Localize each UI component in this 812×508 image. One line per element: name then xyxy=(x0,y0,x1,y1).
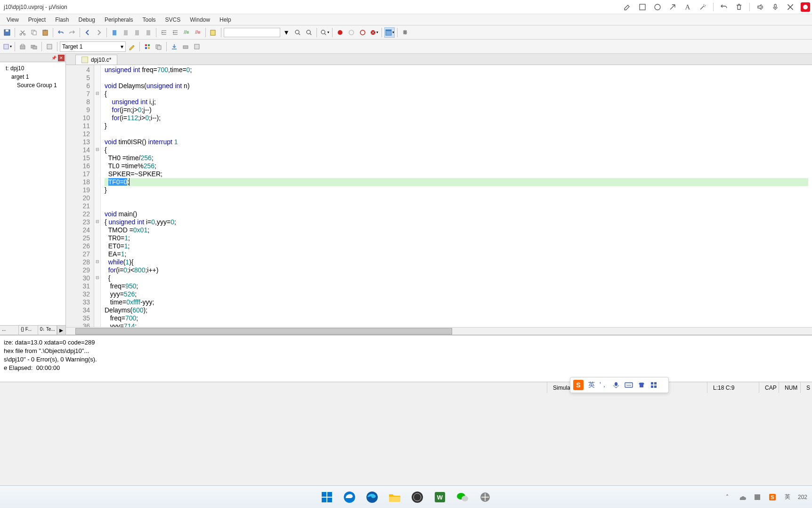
ime-lang[interactable]: 英 xyxy=(588,381,595,389)
speaker-icon[interactable] xyxy=(755,2,765,12)
ime-logo-icon[interactable]: S xyxy=(573,380,584,390)
code-line[interactable]: TF0=0; xyxy=(105,178,808,186)
paste-icon[interactable] xyxy=(40,27,50,38)
code-line[interactable]: void tim0ISR() interrupt 1 xyxy=(105,138,808,146)
rebuild-icon[interactable] xyxy=(29,41,39,52)
code-line[interactable]: } xyxy=(105,186,808,194)
window-tile-icon[interactable]: ▾ xyxy=(384,27,395,38)
bookmark-toggle-icon[interactable] xyxy=(109,27,120,38)
app-2-icon[interactable] xyxy=(476,488,495,507)
code-line[interactable]: TMOD =0x01; xyxy=(105,226,808,234)
bookmark-prev-icon[interactable] xyxy=(121,27,131,38)
code-line[interactable] xyxy=(105,202,808,210)
code-line[interactable]: EA=1; xyxy=(105,250,808,258)
editor-tab-file[interactable]: dpj10.c* xyxy=(75,55,117,65)
code-line[interactable]: ET0=1; xyxy=(105,242,808,250)
code-line[interactable]: TL0 =time%256; xyxy=(105,162,808,170)
nav-back-icon[interactable] xyxy=(82,27,93,38)
tree-root[interactable]: t: dpj10 xyxy=(2,64,64,73)
code-line[interactable] xyxy=(105,74,808,82)
panel-scroll-right-icon[interactable]: ▸ xyxy=(57,326,65,335)
code-lines[interactable]: unsigned int freq=700,time=0;void Delaym… xyxy=(101,65,812,327)
code-line[interactable]: { xyxy=(105,90,808,98)
panel-tab-functions[interactable]: {} F... xyxy=(19,326,38,335)
batch-build-icon[interactable] xyxy=(44,41,55,52)
cut-icon[interactable] xyxy=(17,27,28,38)
tray-year[interactable]: 202 xyxy=(798,494,807,500)
code-line[interactable]: } xyxy=(105,122,808,130)
breakpoint-disable-icon[interactable] xyxy=(346,27,357,38)
mic-icon[interactable] xyxy=(771,2,780,12)
pin-icon[interactable]: 📌 xyxy=(50,55,57,61)
code-line[interactable]: unsigned int freq=700,time=0; xyxy=(105,66,808,74)
fold-marker[interactable]: ⊟ xyxy=(94,217,100,225)
breakpoint-kill-icon[interactable]: ▾ xyxy=(369,27,379,38)
menu-peripherals[interactable]: Peripherals xyxy=(100,16,138,24)
dropdown-arrow-icon[interactable]: ▾ xyxy=(281,27,292,38)
tray-onedrive-icon[interactable] xyxy=(738,492,747,502)
edit-pencil-icon[interactable] xyxy=(623,2,632,12)
download-icon[interactable] xyxy=(169,41,179,52)
ime-punct[interactable]: '， xyxy=(600,381,608,389)
copy-icon[interactable] xyxy=(29,27,39,38)
code-line[interactable]: TR0=1; xyxy=(105,234,808,242)
build-icon[interactable] xyxy=(17,41,28,52)
edge-legacy-icon[interactable] xyxy=(340,488,359,507)
panel-tab-project[interactable]: ... xyxy=(0,326,19,335)
code-line[interactable]: unsigned int i,j; xyxy=(105,98,808,106)
square-icon[interactable] xyxy=(638,2,647,12)
menu-window[interactable]: Window xyxy=(185,16,215,24)
text-a-icon[interactable]: A xyxy=(683,2,692,12)
breakpoint-insert-icon[interactable] xyxy=(335,27,345,38)
fold-marker[interactable]: ⊟ xyxy=(94,257,100,265)
code-line[interactable]: for(i=0;i<800;i++) xyxy=(105,266,808,274)
editor-hscroll[interactable] xyxy=(66,327,812,335)
nav-forward-icon[interactable] xyxy=(94,27,104,38)
app-1-icon[interactable] xyxy=(408,488,427,507)
simulator-icon[interactable] xyxy=(192,41,202,52)
multi-project-icon[interactable] xyxy=(154,41,164,52)
code-line[interactable]: freq=950; xyxy=(105,282,808,290)
arrow-icon[interactable] xyxy=(668,2,677,12)
erase-icon[interactable] xyxy=(180,41,191,52)
fold-marker[interactable]: ⊟ xyxy=(94,89,100,97)
code-line[interactable]: SPKER=~SPKER; xyxy=(105,170,808,178)
tree-target[interactable]: arget 1 xyxy=(2,73,64,81)
redo-toolbar-icon[interactable] xyxy=(67,27,77,38)
code-line[interactable]: TH0 =time/256; xyxy=(105,154,808,162)
tray-app-icon[interactable] xyxy=(753,492,762,502)
menu-debug[interactable]: Debug xyxy=(74,16,100,24)
code-line[interactable]: { xyxy=(105,274,808,282)
bookmark-clear-icon[interactable] xyxy=(143,27,154,38)
debug-icon[interactable]: ▾ xyxy=(319,27,330,38)
outdent-icon[interactable] xyxy=(170,27,180,38)
wps-icon[interactable]: W xyxy=(430,488,449,507)
code-line[interactable] xyxy=(105,130,808,138)
record-icon[interactable] xyxy=(801,2,810,12)
file-explorer-icon[interactable] xyxy=(385,488,404,507)
find-dropdown[interactable] xyxy=(224,28,280,37)
code-line[interactable]: void main() xyxy=(105,210,808,218)
target-dropdown[interactable]: Target 1 ▾ xyxy=(60,41,126,52)
translate-icon[interactable]: ▾ xyxy=(2,41,12,52)
start-button[interactable] xyxy=(317,488,336,507)
code-area[interactable]: 4567891011121314151617181920212223242526… xyxy=(66,65,812,327)
code-line[interactable]: void Delayms(unsigned int n) xyxy=(105,82,808,90)
tray-chevron-icon[interactable]: ˄ xyxy=(723,492,732,502)
bookmark-next-icon[interactable] xyxy=(132,27,142,38)
build-output[interactable]: ize: data=13.0 xdata=0 code=289 hex file… xyxy=(0,335,812,382)
trash-icon[interactable] xyxy=(734,2,744,12)
save-icon[interactable] xyxy=(2,27,12,38)
circle-icon[interactable] xyxy=(653,2,662,12)
undo-icon[interactable] xyxy=(719,2,729,12)
ime-bar[interactable]: S 英 '， xyxy=(570,377,669,393)
find-in-files-icon[interactable] xyxy=(208,27,219,38)
tray-ime-icon[interactable]: S xyxy=(768,492,777,502)
code-line[interactable]: { xyxy=(105,146,808,154)
fold-marker[interactable]: ⊟ xyxy=(94,273,100,281)
panel-close-icon[interactable]: ✕ xyxy=(58,55,65,61)
code-line[interactable]: while(1){ xyxy=(105,258,808,266)
fold-marker[interactable]: ⊟ xyxy=(94,145,100,153)
menu-view[interactable]: View xyxy=(2,16,24,24)
find-icon[interactable] xyxy=(292,27,303,38)
